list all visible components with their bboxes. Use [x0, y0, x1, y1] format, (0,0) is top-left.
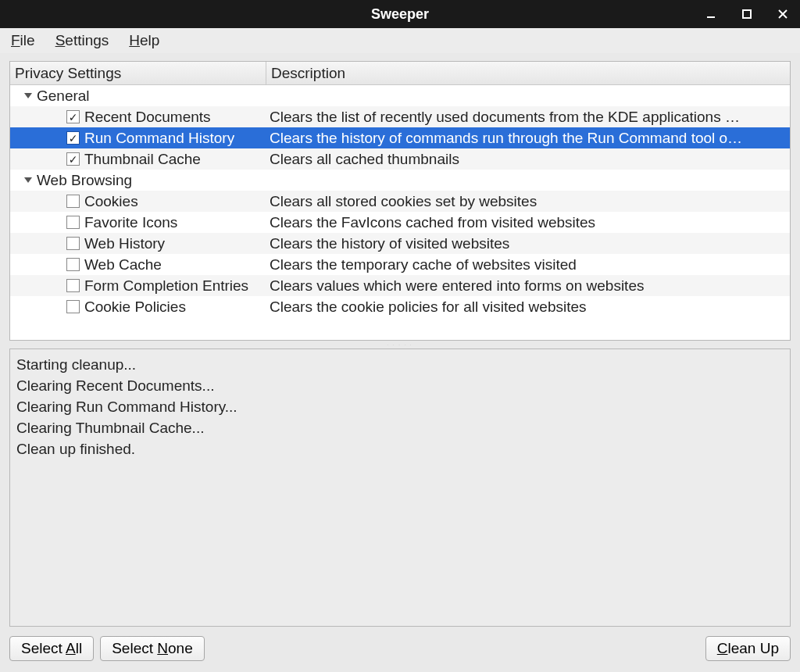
item-label: Run Command History	[84, 130, 234, 147]
menu-help-rest: elp	[140, 32, 159, 48]
select-none-button[interactable]: Select None	[100, 636, 205, 661]
column-header-description[interactable]: Description	[266, 62, 790, 84]
group-label: General	[37, 88, 90, 105]
maximize-button[interactable]	[736, 3, 758, 25]
item-description: Clears the FavIcons cached from visited …	[266, 214, 790, 231]
item-description: Clears the cookie policies for all visit…	[266, 298, 790, 316]
expand-icon[interactable]	[24, 93, 32, 98]
splitter-handle[interactable]: · · · · ·	[9, 341, 791, 349]
item-label: Recent Documents	[84, 109, 211, 126]
content-area: Privacy Settings Description GeneralRece…	[0, 53, 800, 672]
menu-file-rest: ile	[20, 32, 35, 48]
menu-help[interactable]: Help	[126, 30, 162, 51]
item-description: Clears values which were entered into fo…	[266, 277, 790, 295]
checkbox[interactable]	[66, 258, 80, 271]
checkbox[interactable]	[66, 152, 80, 166]
menubar: File Settings Help	[0, 28, 800, 53]
minimize-button[interactable]	[700, 3, 722, 25]
log-line: Starting cleanup...	[16, 354, 784, 375]
settings-tree: Privacy Settings Description GeneralRece…	[9, 61, 791, 341]
log-line: Clearing Thumbnail Cache...	[16, 417, 784, 438]
item-label: Web History	[84, 235, 165, 252]
menu-file[interactable]: File	[8, 30, 38, 51]
tree-item[interactable]: CookiesClears all stored cookies set by …	[10, 191, 790, 212]
tree-header: Privacy Settings Description	[10, 62, 790, 85]
close-button[interactable]	[772, 3, 794, 25]
checkbox[interactable]	[66, 110, 80, 123]
tree-item[interactable]: Run Command HistoryClears the history of…	[10, 127, 790, 148]
checkbox[interactable]	[66, 216, 80, 229]
button-bar: Select All Select None Clean Up	[9, 627, 791, 664]
checkbox[interactable]	[66, 300, 80, 313]
select-all-button[interactable]: Select All	[9, 636, 94, 661]
tree-group[interactable]: General	[10, 85, 790, 106]
checkbox[interactable]	[66, 195, 80, 208]
item-description: Clears the history of visited websites	[266, 235, 790, 252]
window-title: Sweeper	[371, 6, 429, 23]
group-label: Web Browsing	[37, 172, 132, 189]
tree-item[interactable]: Thumbnail CacheClears all cached thumbna…	[10, 148, 790, 170]
window-titlebar: Sweeper	[0, 0, 800, 28]
item-label: Thumbnail Cache	[84, 151, 201, 168]
checkbox[interactable]	[66, 131, 80, 145]
log-line: Clearing Recent Documents...	[16, 375, 784, 396]
item-label: Cookies	[84, 193, 138, 210]
item-description: Clears all cached thumbnails	[266, 151, 790, 168]
tree-item[interactable]: Form Completion EntriesClears values whi…	[10, 275, 790, 296]
tree-item[interactable]: Web CacheClears the temporary cache of w…	[10, 254, 790, 275]
tree-item[interactable]: Web HistoryClears the history of visited…	[10, 233, 790, 254]
item-description: Clears all stored cookies set by website…	[266, 193, 790, 210]
item-label: Favorite Icons	[84, 214, 177, 231]
item-label: Web Cache	[84, 256, 162, 273]
item-description: Clears the history of commands run throu…	[266, 130, 790, 147]
menu-settings-rest: ettings	[65, 32, 109, 48]
item-label: Cookie Policies	[84, 298, 186, 316]
log-line: Clearing Run Command History...	[16, 396, 784, 417]
item-label: Form Completion Entries	[84, 277, 248, 295]
log-line: Clean up finished.	[16, 438, 784, 459]
item-description: Clears the list of recently used documen…	[266, 109, 790, 126]
checkbox[interactable]	[66, 237, 80, 250]
menu-settings[interactable]: Settings	[52, 30, 112, 51]
svg-rect-1	[743, 10, 751, 18]
checkbox[interactable]	[66, 279, 80, 292]
expand-icon[interactable]	[24, 177, 32, 183]
tree-item[interactable]: Cookie PoliciesClears the cookie policie…	[10, 296, 790, 317]
column-header-privacy[interactable]: Privacy Settings	[10, 62, 266, 84]
tree-item[interactable]: Favorite IconsClears the FavIcons cached…	[10, 212, 790, 233]
window-controls	[700, 0, 794, 28]
tree-item[interactable]: Recent DocumentsClears the list of recen…	[10, 106, 790, 127]
clean-up-button[interactable]: Clean Up	[705, 636, 791, 661]
tree-body: GeneralRecent DocumentsClears the list o…	[10, 85, 790, 340]
tree-group[interactable]: Web Browsing	[10, 170, 790, 191]
log-output: Starting cleanup...Clearing Recent Docum…	[9, 349, 791, 627]
item-description: Clears the temporary cache of websites v…	[266, 256, 790, 273]
